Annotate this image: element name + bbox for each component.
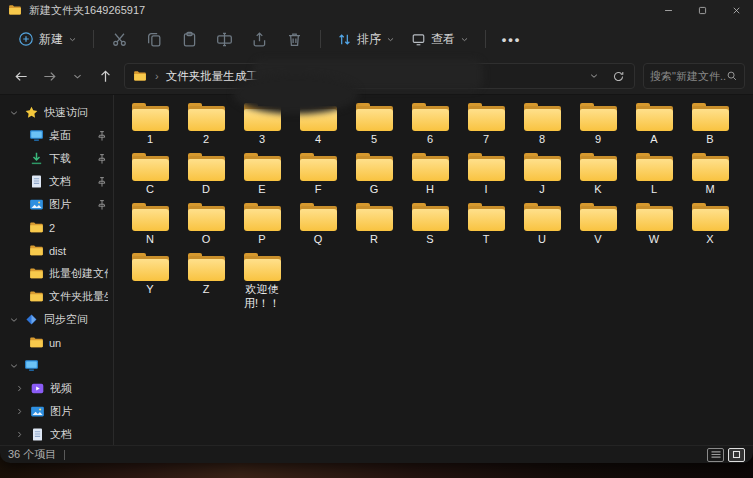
- folder-item[interactable]: 欢迎使用!！！: [234, 253, 290, 303]
- chevron-down-icon: [8, 315, 19, 325]
- sidebar-section-quick-access[interactable]: 快速访问: [0, 101, 113, 124]
- folder-item[interactable]: D: [178, 153, 234, 203]
- sidebar-item[interactable]: 文件夹批量生成: [0, 285, 113, 308]
- folder-item[interactable]: P: [234, 203, 290, 253]
- video-icon: [30, 381, 45, 396]
- sidebar-item[interactable]: 桌面: [0, 124, 113, 147]
- search-input[interactable]: [650, 70, 726, 82]
- folder-label: 6: [427, 133, 433, 147]
- folder-item[interactable]: I: [458, 153, 514, 203]
- folder-item[interactable]: X: [682, 203, 738, 253]
- folder-item[interactable]: 7: [458, 103, 514, 153]
- folder-item[interactable]: N: [122, 203, 178, 253]
- details-view-button[interactable]: [707, 448, 724, 462]
- folder-item[interactable]: F: [290, 153, 346, 203]
- folder-item[interactable]: K: [570, 153, 626, 203]
- folder-item[interactable]: L: [626, 153, 682, 203]
- folder-item[interactable]: R: [346, 203, 402, 253]
- folder-icon: [132, 153, 169, 181]
- folder-item[interactable]: M: [682, 153, 738, 203]
- desktop-icon: [29, 128, 44, 143]
- folder-item[interactable]: 9: [570, 103, 626, 153]
- new-button[interactable]: 新建: [10, 26, 85, 53]
- rename-button[interactable]: [207, 24, 242, 54]
- pin-icon[interactable]: [96, 176, 108, 188]
- large-icons-view-button[interactable]: [728, 448, 745, 462]
- sort-button-label: 排序: [357, 31, 381, 48]
- sidebar-item[interactable]: 文档: [0, 170, 113, 193]
- sort-button[interactable]: 排序: [329, 26, 403, 53]
- folder-item[interactable]: A: [626, 103, 682, 153]
- folder-item[interactable]: E: [234, 153, 290, 203]
- share-button[interactable]: [242, 24, 277, 54]
- more-options-button[interactable]: •••: [494, 24, 529, 54]
- view-button[interactable]: 查看: [403, 26, 477, 53]
- folder-icon: [524, 203, 561, 231]
- sidebar-item[interactable]: 2: [0, 216, 113, 239]
- folder-item[interactable]: O: [178, 203, 234, 253]
- folder-item[interactable]: V: [570, 203, 626, 253]
- sidebar-item[interactable]: 下载: [0, 147, 113, 170]
- folder-icon: [468, 153, 505, 181]
- sidebar-item[interactable]: 视频: [0, 377, 113, 400]
- folder-label: G: [370, 183, 379, 197]
- toolbar-separator: [93, 30, 94, 48]
- folder-item[interactable]: Z: [178, 253, 234, 303]
- sidebar-item[interactable]: un: [0, 331, 113, 354]
- sidebar-item[interactable]: dist: [0, 239, 113, 262]
- view-button-label: 查看: [431, 31, 455, 48]
- recent-locations-button[interactable]: [64, 63, 90, 89]
- folder-item[interactable]: J: [514, 153, 570, 203]
- folder-icon: [412, 103, 449, 131]
- back-button[interactable]: [8, 63, 34, 89]
- sidebar-section-this-pc[interactable]: [0, 354, 113, 377]
- close-button[interactable]: [719, 0, 753, 20]
- folder-item[interactable]: W: [626, 203, 682, 253]
- pin-icon[interactable]: [96, 130, 108, 142]
- folder-item[interactable]: Y: [122, 253, 178, 303]
- status-bar: 36 个项目: [0, 445, 753, 463]
- folder-item[interactable]: H: [402, 153, 458, 203]
- folder-item[interactable]: 6: [402, 103, 458, 153]
- pin-icon[interactable]: [96, 199, 108, 211]
- folder-item[interactable]: S: [402, 203, 458, 253]
- paste-button[interactable]: [172, 24, 207, 54]
- folder-icon: [300, 203, 337, 231]
- cut-button[interactable]: [102, 24, 137, 54]
- sidebar-section-sync-space[interactable]: 同步空间: [0, 308, 113, 331]
- sidebar-item[interactable]: 图片: [0, 400, 113, 423]
- address-dropdown-button[interactable]: [582, 64, 606, 88]
- folder-item[interactable]: 8: [514, 103, 570, 153]
- pin-icon[interactable]: [96, 153, 108, 165]
- folder-item[interactable]: 2: [178, 103, 234, 153]
- folder-item[interactable]: T: [458, 203, 514, 253]
- maximize-button[interactable]: [685, 0, 719, 20]
- sidebar-item[interactable]: 文档: [0, 423, 113, 445]
- folder-item[interactable]: U: [514, 203, 570, 253]
- folder-icon: [524, 153, 561, 181]
- folder-icon: [29, 220, 44, 235]
- folder-item[interactable]: B: [682, 103, 738, 153]
- minimize-button[interactable]: [651, 0, 685, 20]
- folder-item[interactable]: C: [122, 153, 178, 203]
- folder-label: L: [651, 183, 657, 197]
- copy-button[interactable]: [137, 24, 172, 54]
- folder-label: 9: [595, 133, 601, 147]
- folder-icon: [188, 203, 225, 231]
- folder-icon: [29, 266, 44, 281]
- delete-button[interactable]: [277, 24, 312, 54]
- toolbar-separator: [320, 30, 321, 48]
- folder-item[interactable]: G: [346, 153, 402, 203]
- refresh-button[interactable]: [606, 64, 630, 88]
- search-box[interactable]: [643, 63, 745, 89]
- sidebar-item[interactable]: 图片: [0, 193, 113, 216]
- folder-label: E: [258, 183, 265, 197]
- folder-item[interactable]: Q: [290, 203, 346, 253]
- folder-item[interactable]: 1: [122, 103, 178, 153]
- files-pane: 123456789ABCDEFGHIJKLMNOPQRSTUVWXYZ欢迎使用!…: [114, 95, 753, 445]
- folder-item[interactable]: 5: [346, 103, 402, 153]
- forward-button[interactable]: [36, 63, 62, 89]
- up-button[interactable]: [92, 63, 118, 89]
- folder-icon: [524, 103, 561, 131]
- sidebar-item[interactable]: 批量创建文件夹: [0, 262, 113, 285]
